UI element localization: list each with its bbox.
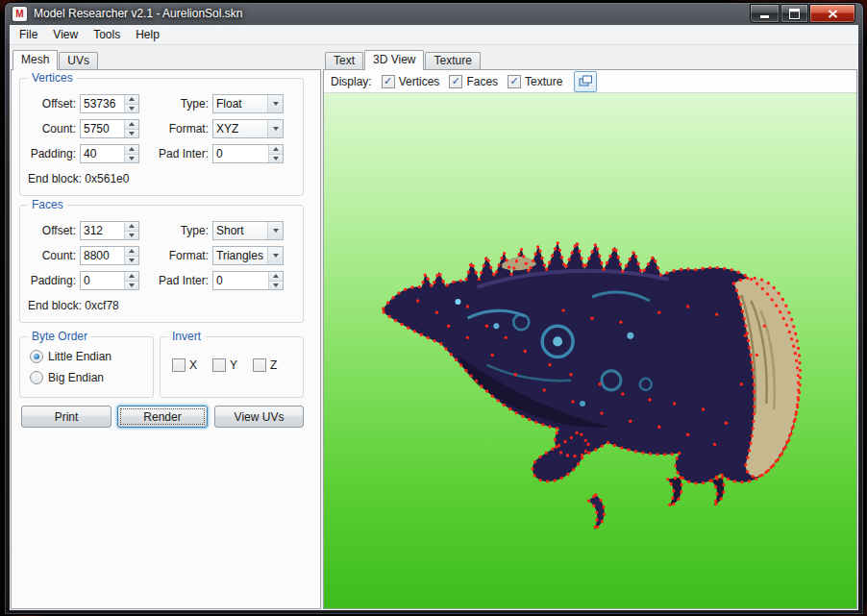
checkbox-display-faces[interactable]: ✓ Faces: [449, 75, 498, 88]
tab-mesh[interactable]: Mesh: [12, 50, 58, 70]
vertices-offset-value[interactable]: 53736: [81, 95, 124, 112]
faces-count-spinner[interactable]: 8800: [80, 246, 139, 265]
vertices-format-combo[interactable]: XYZ: [212, 119, 284, 138]
viewport-3d[interactable]: [324, 93, 856, 608]
up-arrow-icon: [129, 97, 135, 101]
vertices-count-value[interactable]: 5750: [81, 120, 124, 137]
spin-down-button[interactable]: [125, 129, 138, 138]
spin-up-button[interactable]: [125, 272, 138, 281]
vertices-count-label: Count:: [26, 122, 76, 136]
spin-up-button[interactable]: [125, 247, 138, 256]
menu-file[interactable]: File: [12, 25, 45, 44]
view-tab-page: Display: ✓ Vertices ✓ Faces ✓ Texture: [323, 69, 857, 609]
maximize-button[interactable]: [780, 4, 808, 23]
window-controls: [750, 4, 855, 23]
spinner-buttons: [124, 95, 138, 112]
menu-tools[interactable]: Tools: [86, 25, 128, 44]
tab-uvs[interactable]: UVs: [59, 52, 98, 69]
invert-x-label: X: [189, 358, 197, 372]
vertices-type-combo[interactable]: Float: [212, 94, 284, 113]
title-bar[interactable]: M Model Researcher v2.1 - AurelionSol.sk…: [5, 3, 863, 25]
app-icon[interactable]: M: [12, 7, 27, 21]
combo-dropdown-button[interactable]: [267, 120, 283, 137]
print-button[interactable]: Print: [21, 406, 111, 428]
spin-up-button[interactable]: [269, 272, 283, 281]
faces-endblock-text: End block: 0xcf78: [28, 299, 119, 312]
combo-dropdown-button[interactable]: [267, 247, 283, 264]
faces-type-value: Short: [213, 224, 267, 237]
down-arrow-icon: [129, 234, 135, 237]
checkbox-invert-y[interactable]: Y: [212, 358, 237, 372]
faces-count-value[interactable]: 8800: [81, 247, 124, 264]
spinner-buttons: [124, 222, 138, 239]
vertices-padding-value[interactable]: 40: [81, 145, 124, 162]
checkbox-display-vertices[interactable]: ✓ Vertices: [382, 75, 440, 88]
faces-type-combo[interactable]: Short: [212, 221, 284, 240]
vertices-padding-label: Padding:: [26, 147, 76, 160]
spin-down-button[interactable]: [125, 281, 138, 290]
dropdown-arrow-icon: [273, 127, 279, 131]
spin-up-button[interactable]: [125, 145, 138, 154]
vertices-padding-spinner[interactable]: 40: [80, 144, 139, 163]
vertices-count-spinner[interactable]: 5750: [80, 119, 139, 138]
checkbox-checked-icon: ✓: [449, 75, 462, 88]
vertices-offset-spinner[interactable]: 53736: [80, 94, 139, 113]
radio-little-endian-label: Little Endian: [48, 350, 111, 363]
byte-order-group-title: Byte Order: [28, 330, 91, 343]
close-icon: [828, 10, 838, 18]
faces-format-combo[interactable]: Triangles: [212, 246, 284, 265]
vertices-padinter-spinner[interactable]: 0: [212, 144, 284, 163]
view-panel: Text 3D View Texture Display: ✓ Vertices…: [323, 49, 857, 609]
checkbox-icon: [212, 358, 226, 372]
view-uvs-button[interactable]: View UVs: [214, 406, 304, 428]
render-button[interactable]: Render: [117, 406, 208, 428]
faces-offset-value[interactable]: 312: [81, 222, 124, 239]
spin-down-button[interactable]: [269, 281, 283, 290]
spin-down-button[interactable]: [125, 154, 138, 163]
faces-group-title: Faces: [28, 198, 67, 211]
spinner-buttons: [124, 145, 138, 162]
minimize-button[interactable]: [750, 4, 780, 23]
app-window: M Model Researcher v2.1 - AurelionSol.sk…: [4, 2, 864, 615]
checkbox-invert-x[interactable]: X: [172, 358, 197, 372]
faces-count-label: Count:: [26, 249, 76, 262]
faces-padinter-spinner[interactable]: 0: [212, 271, 284, 290]
tab-text[interactable]: Text: [325, 52, 363, 69]
close-button[interactable]: [809, 4, 855, 23]
menu-view[interactable]: View: [45, 25, 86, 44]
combo-dropdown-button[interactable]: [267, 222, 283, 239]
vertices-padinter-label: Pad Inter:: [149, 147, 209, 160]
spin-down-button[interactable]: [125, 256, 138, 265]
spin-up-button[interactable]: [125, 222, 138, 231]
model-aurelion-sol: [324, 93, 856, 608]
menu-help[interactable]: Help: [128, 25, 167, 44]
left-tab-strip: Mesh UVs: [11, 49, 321, 69]
faces-offset-spinner[interactable]: 312: [80, 221, 139, 240]
spin-up-button[interactable]: [125, 120, 138, 129]
combo-dropdown-button[interactable]: [267, 95, 283, 112]
checkbox-invert-z[interactable]: Z: [253, 358, 277, 372]
tab-3d-view[interactable]: 3D View: [364, 50, 424, 70]
faces-padding-spinner[interactable]: 0: [80, 271, 139, 290]
spin-down-button[interactable]: [125, 104, 138, 113]
up-arrow-icon: [129, 147, 135, 151]
tab-texture[interactable]: Texture: [425, 52, 480, 69]
faces-padinter-value[interactable]: 0: [213, 272, 268, 289]
faces-group: Faces Offset: 312 Type: Short: [19, 205, 304, 323]
spin-down-button[interactable]: [125, 231, 138, 240]
radio-big-endian[interactable]: Big Endian: [30, 371, 104, 384]
checkbox-display-texture[interactable]: ✓ Texture: [508, 75, 562, 88]
display-toolbar: Display: ✓ Vertices ✓ Faces ✓ Texture: [324, 70, 856, 93]
display-texture-label: Texture: [525, 75, 562, 88]
radio-little-endian[interactable]: Little Endian: [30, 350, 111, 363]
viewport-options-button[interactable]: [574, 71, 597, 92]
mesh-tab-page: Vertices Offset: 53736 Type: Float: [11, 69, 321, 609]
dropdown-arrow-icon: [273, 229, 279, 233]
vertices-padinter-value[interactable]: 0: [213, 145, 268, 162]
spin-up-button[interactable]: [269, 145, 283, 154]
faces-padding-value[interactable]: 0: [81, 272, 124, 289]
faces-format-label: Format:: [149, 249, 209, 262]
dropdown-arrow-icon: [273, 102, 279, 106]
spin-up-button[interactable]: [125, 95, 138, 104]
spin-down-button[interactable]: [269, 154, 283, 163]
